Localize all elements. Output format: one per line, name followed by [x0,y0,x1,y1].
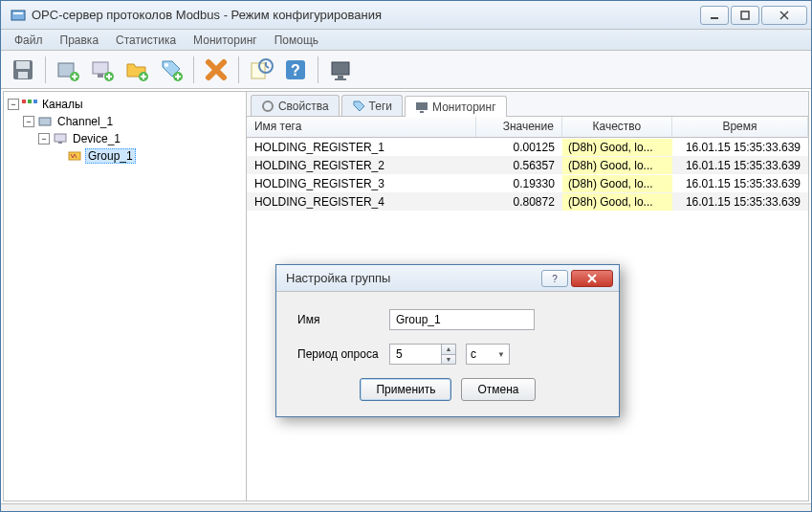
period-spinner[interactable]: ▲ ▼ [441,344,456,365]
svg-rect-37 [28,100,32,103]
dialog-close-button[interactable] [571,270,613,287]
dialog-row-period: Период опроса ▲ ▼ с ▼ [297,344,598,365]
svg-rect-38 [33,100,37,103]
unit-value: с [471,347,476,361]
cell-time: 16.01.15 15:35:33.639 [672,139,808,156]
menu-help[interactable]: Помощь [267,32,326,49]
monitor-icon[interactable] [324,54,357,86]
spin-down-icon[interactable]: ▼ [442,355,455,365]
minimize-button[interactable] [700,6,729,25]
th-name[interactable]: Имя тега [247,117,476,137]
period-input[interactable] [389,344,441,365]
tab-label: Теги [369,100,392,113]
table-row[interactable]: HOLDING_REGISTER_30.19330(D8h) Good, lo.… [247,174,808,192]
cell-time: 16.01.15 15:35:33.639 [672,193,808,211]
toolbar-separator [45,56,46,83]
svg-rect-40 [55,134,66,142]
svg-rect-35 [335,78,346,80]
table-row[interactable]: HOLDING_REGISTER_40.80872(D8h) Good, lo.… [247,192,808,211]
tab-tags[interactable]: Теги [341,95,403,116]
svg-text:?: ? [291,62,300,78]
tree-node-channels[interactable]: − Каналы [8,96,242,113]
dialog-title: Настройка группы [286,271,538,285]
titlebar: OPC-сервер протоколов Modbus - Режим кон… [1,1,811,30]
cancel-button[interactable]: Отмена [461,378,535,401]
dialog-titlebar: Настройка группы ? [276,265,619,292]
delete-icon[interactable] [200,54,232,86]
device-icon [53,131,68,146]
tree-node-device[interactable]: − Device_1 [8,130,242,147]
properties-icon [261,100,274,113]
th-time[interactable]: Время [672,117,808,137]
period-label: Период опроса [297,347,389,361]
add-tag-icon[interactable] [155,54,187,86]
cell-value: 0.56357 [476,157,562,174]
cell-time: 16.01.15 15:35:33.639 [672,175,808,192]
cell-value: 0.19330 [476,175,562,192]
dialog-row-name: Имя [297,309,598,330]
spin-up-icon[interactable]: ▲ [442,345,455,355]
tab-label: Свойства [278,100,329,113]
tags-icon [352,100,365,113]
maximize-button[interactable] [731,6,759,25]
toolbar: ? [1,51,811,89]
save-icon[interactable] [7,54,39,86]
add-folder-icon[interactable] [121,54,153,86]
cell-quality: (D8h) Good, lo... [562,193,672,211]
svg-rect-8 [18,72,28,78]
tree-pane: − Каналы − Channel_1 − Device_1 Group_1 [4,92,247,501]
tree-node-group[interactable]: Group_1 [8,147,242,165]
window-controls [700,6,807,25]
channel-icon [37,114,53,129]
svg-rect-39 [39,118,51,125]
svg-rect-0 [11,11,25,20]
toolbar-separator [318,56,318,83]
menubar: Файл Правка Статистика Мониторинг Помощь [1,30,811,51]
svg-rect-41 [58,142,62,144]
app-icon [11,8,26,23]
unit-select[interactable]: с ▼ [466,344,510,365]
table-row[interactable]: HOLDING_REGISTER_10.00125(D8h) Good, lo.… [247,138,808,156]
group-icon [67,148,82,164]
tab-properties[interactable]: Свойства [251,95,340,116]
tab-monitoring[interactable]: Мониторинг [405,96,507,117]
tree-label: Device_1 [71,132,122,145]
cell-value: 0.80872 [476,193,562,211]
svg-rect-33 [332,62,349,75]
expand-icon[interactable]: − [23,116,34,127]
history-icon[interactable] [245,54,277,86]
help-icon[interactable]: ? [279,54,312,86]
cell-name: HOLDING_REGISTER_4 [247,193,476,211]
cell-name: HOLDING_REGISTER_2 [247,157,476,174]
name-label: Имя [297,313,389,326]
name-input[interactable] [389,309,535,330]
add-device-icon[interactable] [86,54,119,86]
cell-quality: (D8h) Good, lo... [562,175,672,192]
close-button[interactable] [761,6,807,25]
window-title: OPC-сервер протоколов Modbus - Режим кон… [32,8,700,22]
menu-monitoring[interactable]: Мониторинг [186,32,265,49]
expand-icon[interactable]: − [38,133,50,145]
menu-stats[interactable]: Статистика [108,32,184,49]
table-row[interactable]: HOLDING_REGISTER_20.56357(D8h) Good, lo.… [247,156,808,174]
tree-node-channel[interactable]: − Channel_1 [8,113,242,130]
cell-name: HOLDING_REGISTER_3 [247,175,476,192]
svg-text:?: ? [552,274,558,283]
dialog-help-button[interactable]: ? [541,270,568,287]
svg-rect-3 [741,11,749,19]
menu-file[interactable]: Файл [7,32,51,49]
th-value[interactable]: Значение [476,117,562,137]
app-window: OPC-сервер протоколов Modbus - Режим кон… [0,0,812,512]
cell-name: HOLDING_REGISTER_1 [247,139,476,156]
svg-rect-36 [22,100,26,103]
tab-label: Мониторинг [432,100,496,114]
apply-button[interactable]: Применить [360,378,451,401]
toolbar-separator [238,56,239,83]
expand-icon[interactable]: − [8,99,19,110]
add-channel-icon[interactable] [52,54,84,86]
tree-label: Каналы [40,98,85,111]
svg-rect-1 [13,12,23,14]
svg-rect-44 [416,102,428,110]
th-quality[interactable]: Качество [562,117,672,137]
menu-edit[interactable]: Правка [53,32,107,49]
